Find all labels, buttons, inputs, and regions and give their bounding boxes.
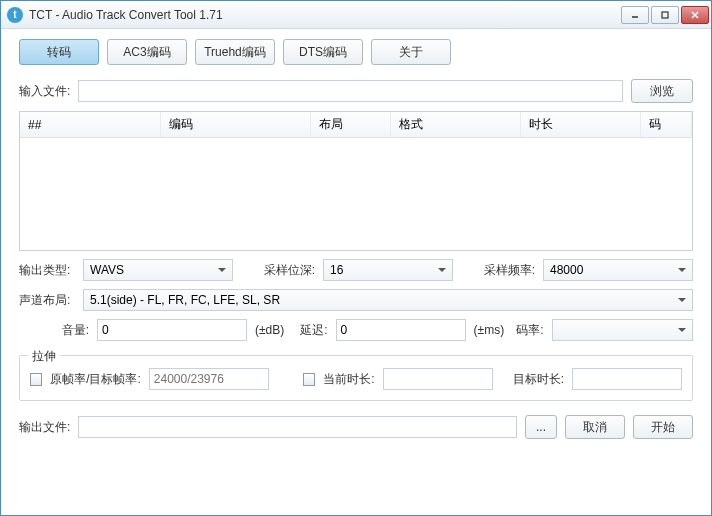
- input-file-label: 输入文件:: [19, 83, 70, 100]
- col-format[interactable]: 格式: [390, 112, 520, 138]
- tab-bar: 转码 AC3编码 Truehd编码 DTS编码 关于: [19, 39, 693, 65]
- delay-unit: (±ms): [474, 323, 505, 337]
- output-options-row: 输出类型: WAVS 采样位深: 16 采样频率: 48000: [19, 259, 693, 281]
- fps-label: 原帧率/目标帧率:: [50, 371, 141, 388]
- output-type-select[interactable]: WAVS: [83, 259, 233, 281]
- target-duration-label: 目标时长:: [513, 371, 564, 388]
- input-file-field[interactable]: [78, 80, 623, 102]
- window-title: TCT - Audio Track Convert Tool 1.71: [29, 8, 621, 22]
- col-bitrate[interactable]: 码: [640, 112, 692, 138]
- content-area: 转码 AC3编码 Truehd编码 DTS编码 关于 输入文件: 浏览 ## 编…: [1, 29, 711, 515]
- bitrate-label: 码率:: [516, 322, 543, 339]
- volume-label: 音量:: [19, 322, 89, 339]
- col-index[interactable]: ##: [20, 112, 160, 138]
- volume-field[interactable]: [97, 319, 247, 341]
- track-table[interactable]: ## 编码 布局 格式 时长 码: [19, 111, 693, 251]
- output-file-row: 输出文件: ... 取消 开始: [19, 415, 693, 439]
- titlebar: t TCT - Audio Track Convert Tool 1.71: [1, 1, 711, 29]
- cancel-button[interactable]: 取消: [565, 415, 625, 439]
- delay-label: 延迟:: [300, 322, 327, 339]
- window-controls: [621, 6, 709, 24]
- col-layout[interactable]: 布局: [310, 112, 390, 138]
- output-type-label: 输出类型:: [19, 262, 75, 279]
- tab-transcode[interactable]: 转码: [19, 39, 99, 65]
- channel-layout-select[interactable]: 5.1(side) - FL, FR, FC, LFE, SL, SR: [83, 289, 693, 311]
- maximize-button[interactable]: [651, 6, 679, 24]
- current-duration-field[interactable]: [383, 368, 493, 390]
- svg-rect-1: [662, 12, 668, 18]
- col-duration[interactable]: 时长: [520, 112, 640, 138]
- sample-depth-select[interactable]: 16: [323, 259, 453, 281]
- target-duration-field[interactable]: [572, 368, 682, 390]
- tab-about[interactable]: 关于: [371, 39, 451, 65]
- fps-field[interactable]: [149, 368, 269, 390]
- stretch-group: 拉伸 原帧率/目标帧率: 当前时长: 目标时长:: [19, 355, 693, 401]
- tab-ac3[interactable]: AC3编码: [107, 39, 187, 65]
- col-codec[interactable]: 编码: [160, 112, 310, 138]
- delay-field[interactable]: [336, 319, 466, 341]
- start-button[interactable]: 开始: [633, 415, 693, 439]
- output-browse-button[interactable]: ...: [525, 415, 557, 439]
- sample-rate-label: 采样频率:: [484, 262, 535, 279]
- stretch-group-title: 拉伸: [28, 348, 60, 365]
- app-icon: t: [7, 7, 23, 23]
- fps-checkbox[interactable]: [30, 373, 42, 386]
- channel-layout-label: 声道布局:: [19, 292, 75, 309]
- volume-unit: (±dB): [255, 323, 284, 337]
- output-file-field[interactable]: [78, 416, 517, 438]
- sample-rate-select[interactable]: 48000: [543, 259, 693, 281]
- table-header-row: ## 编码 布局 格式 时长 码: [20, 112, 692, 138]
- sample-depth-label: 采样位深:: [264, 262, 315, 279]
- input-file-row: 输入文件: 浏览: [19, 79, 693, 103]
- stretch-row: 原帧率/目标帧率: 当前时长: 目标时长:: [30, 368, 682, 390]
- app-window: t TCT - Audio Track Convert Tool 1.71 转码…: [0, 0, 712, 516]
- duration-checkbox[interactable]: [303, 373, 315, 386]
- minimize-button[interactable]: [621, 6, 649, 24]
- tab-truehd[interactable]: Truehd编码: [195, 39, 275, 65]
- output-file-label: 输出文件:: [19, 419, 70, 436]
- current-duration-label: 当前时长:: [323, 371, 374, 388]
- tab-dts[interactable]: DTS编码: [283, 39, 363, 65]
- bitrate-select[interactable]: [552, 319, 693, 341]
- close-button[interactable]: [681, 6, 709, 24]
- channel-layout-row: 声道布局: 5.1(side) - FL, FR, FC, LFE, SL, S…: [19, 289, 693, 311]
- browse-button[interactable]: 浏览: [631, 79, 693, 103]
- volume-delay-row: 音量: (±dB) 延迟: (±ms) 码率:: [19, 319, 693, 341]
